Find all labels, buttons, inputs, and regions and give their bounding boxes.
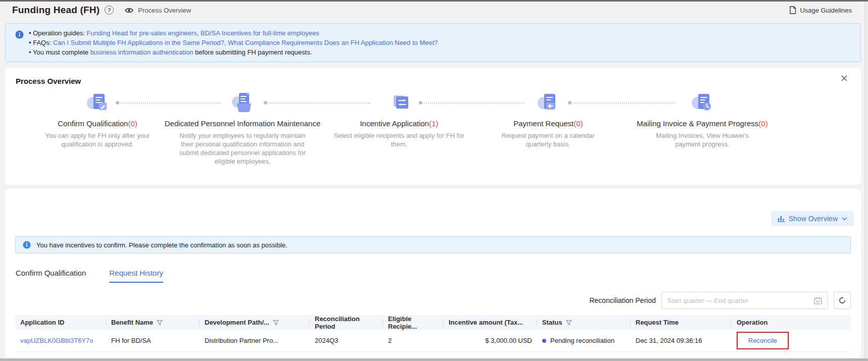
col-label: Eligible Recipie... bbox=[388, 315, 439, 330]
show-overview-button[interactable]: Show Overview bbox=[771, 211, 854, 226]
filter-icon[interactable] bbox=[157, 320, 163, 326]
filter-row: Reconciliation Period Start quarter — En… bbox=[589, 292, 851, 309]
cell-request-time: Dec 31, 2024 09:36:16 bbox=[631, 337, 732, 344]
banner-line-faqs: FAQs: Can I Submit Multiple FH Applicati… bbox=[29, 38, 852, 47]
step-title: Mailing Invoice & Payment Progress(0) bbox=[621, 119, 783, 128]
window-top-edge bbox=[0, 0, 868, 2]
usage-guidelines-label: Usage Guidelines bbox=[800, 7, 852, 14]
reconciliation-period-label: Reconciliation Period bbox=[589, 296, 656, 304]
col-incentive-amount: Incentive amount (Tax... bbox=[444, 315, 537, 330]
step-title: Payment Request(0) bbox=[467, 119, 629, 128]
quarter-range-input[interactable]: Start quarter — End quarter bbox=[661, 292, 828, 309]
col-eligible-recipients: Eligible Recipie... bbox=[383, 315, 444, 330]
process-overview-title: Process Overview bbox=[16, 77, 81, 85]
operation-guides-label: Operation guides: bbox=[33, 29, 86, 37]
step-title: Dedicated Personnel Information Maintena… bbox=[162, 119, 323, 128]
help-icon[interactable]: ? bbox=[105, 6, 114, 15]
faqs-label: FAQs: bbox=[33, 39, 53, 46]
step-title-text: Dedicated Personnel Information Maintena… bbox=[165, 119, 321, 128]
annotation-highlight-box: Reconcile bbox=[737, 332, 789, 349]
calendar-icon[interactable] bbox=[814, 297, 822, 304]
col-label: Reconciliation Period bbox=[315, 315, 378, 330]
application-id-link[interactable]: vapUZBLK0GBbl3T6Y7o bbox=[20, 337, 93, 344]
col-label: Incentive amount (Tax... bbox=[449, 319, 523, 326]
status-text: Pending reconciliation bbox=[550, 337, 614, 344]
scrollbar-track[interactable] bbox=[864, 2, 868, 358]
cell-incentive-amount: $ 3,000.00 USD bbox=[444, 337, 537, 344]
col-application-id: Application ID bbox=[15, 315, 106, 330]
step-description: Select eligible recipients and apply for… bbox=[331, 131, 467, 148]
tab-request-history[interactable]: Request History bbox=[109, 269, 163, 283]
col-benefit-name: Benefit Name bbox=[106, 315, 200, 330]
refresh-button[interactable] bbox=[834, 292, 851, 309]
link-separator: , bbox=[197, 29, 201, 37]
table-row: vapUZBLK0GBbl3T6Y7o FH for BD/SA Distrib… bbox=[15, 330, 851, 352]
cell-operation: Reconcile bbox=[732, 332, 851, 349]
link-faq-multiple-applications[interactable]: Can I Submit Multiple FH Applications in… bbox=[53, 39, 224, 46]
incentives-notice-banner: You have incentives to confirm. Please c… bbox=[15, 236, 851, 253]
step-title-text: Mailing Invoice & Payment Progress bbox=[637, 119, 758, 128]
filter-icon[interactable] bbox=[273, 320, 279, 326]
document-clock-icon bbox=[621, 92, 783, 114]
show-overview-label: Show Overview bbox=[789, 215, 838, 223]
col-request-time: Request Time bbox=[631, 315, 732, 330]
usage-guidelines-button[interactable]: Usage Guidelines bbox=[789, 6, 852, 14]
transfer-arrows-icon bbox=[318, 92, 480, 114]
page-title: Funding Head (FH) bbox=[12, 5, 100, 16]
col-reconciliation-period: Reconciliation Period bbox=[310, 315, 383, 330]
step-personnel-maintenance: Dedicated Personnel Information Maintena… bbox=[162, 92, 323, 166]
col-operation: Operation bbox=[732, 315, 851, 330]
step-description: Notify your employees to regularly maint… bbox=[179, 131, 306, 166]
link-funding-head-presales[interactable]: Funding Head for pre-sales engineers bbox=[86, 29, 197, 37]
info-icon bbox=[15, 30, 24, 40]
document-arrow-icon bbox=[467, 92, 629, 114]
cell-benefit-name: FH for BD/SA bbox=[106, 337, 200, 344]
window-bottom-edge bbox=[0, 358, 868, 361]
col-status: Status bbox=[537, 315, 631, 330]
refresh-icon bbox=[838, 296, 846, 304]
request-section: Show Overview You have incentives to con… bbox=[5, 189, 861, 358]
eye-icon[interactable] bbox=[125, 7, 133, 14]
process-overview-panel: Process Overview Confirm Qualification(0… bbox=[5, 68, 861, 185]
cell-status: Pending reconciliation bbox=[537, 337, 631, 344]
range-placeholder: Start quarter — End quarter bbox=[667, 297, 814, 304]
operation-guides-banner: Operation guides: Funding Head for pre-s… bbox=[5, 23, 861, 62]
banner-line-operation-guides: Operation guides: Funding Head for pre-s… bbox=[29, 28, 852, 38]
step-title-text: Confirm Qualification bbox=[58, 119, 128, 128]
close-icon[interactable] bbox=[841, 75, 848, 82]
banner-line-authentication: You must complete business information a… bbox=[29, 47, 852, 57]
step-title: Confirm Qualification(0) bbox=[17, 119, 178, 128]
step-title: Incentive Application(1) bbox=[318, 119, 480, 128]
cell-reconciliation-period: 2024Q3 bbox=[310, 337, 383, 344]
step-confirm-qualification: Confirm Qualification(0) You can apply f… bbox=[17, 92, 178, 148]
link-bdsa-incentives[interactable]: BD/SA Incentives for full-time employees bbox=[201, 29, 319, 37]
step-title-text: Incentive Application bbox=[360, 119, 429, 128]
link-separator: , bbox=[224, 39, 228, 46]
cell-eligible-recipients: 2 bbox=[383, 337, 444, 344]
col-label: Benefit Name bbox=[111, 319, 153, 326]
cell-development-path: Distribution Partner Pro... bbox=[200, 337, 310, 344]
filter-icon[interactable] bbox=[566, 320, 572, 326]
step-description: You can apply for FH only after your qua… bbox=[32, 131, 163, 148]
link-faq-compliance[interactable]: What Compliance Requirements Does an FH … bbox=[228, 39, 438, 46]
auth-text-post: before submitting FH payment requests. bbox=[193, 48, 312, 56]
tab-confirm-qualification[interactable]: Confirm Qualification bbox=[16, 269, 86, 283]
step-mailing-invoice: Mailing Invoice & Payment Progress(0) Ma… bbox=[621, 92, 783, 148]
document-pencil-icon bbox=[17, 92, 178, 114]
step-description: Mailing Invoices, View Huawei's payment … bbox=[644, 131, 760, 148]
col-label: Application ID bbox=[20, 319, 64, 326]
document-icon bbox=[789, 6, 796, 14]
step-title-text: Payment Request bbox=[513, 119, 573, 128]
step-count: (1) bbox=[429, 119, 438, 128]
col-development-path: Development Path/... bbox=[200, 315, 310, 330]
link-business-authentication[interactable]: business information authentication bbox=[90, 48, 194, 56]
reconcile-link[interactable]: Reconcile bbox=[748, 337, 777, 344]
page-header: Funding Head (FH) ? Process Overview Usa… bbox=[0, 2, 864, 19]
step-description: Request payment on a calendar quarterly … bbox=[492, 131, 604, 148]
info-icon bbox=[23, 241, 31, 249]
table-header: Application ID Benefit Name Development … bbox=[15, 315, 851, 330]
process-overview-toggle-label[interactable]: Process Overview bbox=[138, 7, 191, 14]
bar-chart-icon bbox=[778, 215, 785, 222]
step-payment-request: Payment Request(0) Request payment on a … bbox=[467, 92, 629, 148]
status-dot-icon bbox=[542, 339, 546, 343]
